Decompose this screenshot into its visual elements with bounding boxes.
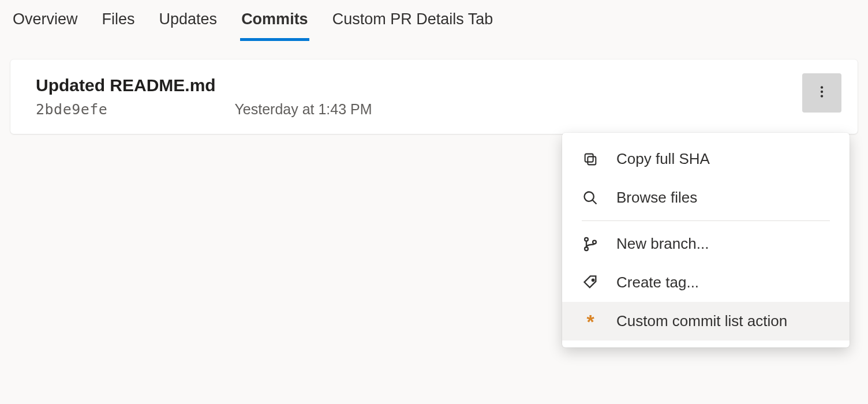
svg-point-9 <box>593 240 596 244</box>
commit-card: Updated README.md 2bde9efe Yesterday at … <box>10 59 858 134</box>
commit-title: Updated README.md <box>36 76 832 95</box>
tab-custom-pr-details[interactable]: Custom PR Details Tab <box>331 6 495 41</box>
tab-files[interactable]: Files <box>101 6 136 41</box>
tab-overview[interactable]: Overview <box>12 6 79 41</box>
more-actions-button[interactable] <box>802 73 841 113</box>
svg-point-5 <box>585 192 594 201</box>
commit-actions-menu: Copy full SHA Browse files New branch...… <box>562 133 850 347</box>
menu-new-branch[interactable]: New branch... <box>562 225 850 263</box>
menu-item-label: Copy full SHA <box>616 150 710 168</box>
branch-icon <box>582 235 599 253</box>
svg-point-2 <box>821 95 823 97</box>
menu-item-label: New branch... <box>616 235 709 253</box>
svg-point-10 <box>592 279 594 281</box>
copy-icon <box>582 151 599 168</box>
menu-separator <box>582 220 830 221</box>
commit-meta: 2bde9efe Yesterday at 1:43 PM <box>36 101 832 118</box>
svg-point-1 <box>821 91 823 93</box>
asterisk-icon: * <box>582 313 599 330</box>
menu-item-label: Custom commit list action <box>616 312 787 330</box>
svg-point-7 <box>585 237 588 241</box>
menu-custom-commit-list-action[interactable]: * Custom commit list action <box>562 302 850 341</box>
pr-tabs: Overview Files Updates Commits Custom PR… <box>0 0 868 41</box>
menu-browse-files[interactable]: Browse files <box>562 178 850 217</box>
search-icon <box>582 189 599 207</box>
svg-line-6 <box>593 200 597 204</box>
menu-item-label: Create tag... <box>616 274 699 291</box>
tab-updates[interactable]: Updates <box>158 6 219 41</box>
svg-rect-3 <box>588 156 596 164</box>
menu-copy-full-sha[interactable]: Copy full SHA <box>562 140 850 178</box>
menu-create-tag[interactable]: Create tag... <box>562 263 850 302</box>
svg-rect-4 <box>585 154 593 162</box>
commit-timestamp: Yesterday at 1:43 PM <box>234 101 372 118</box>
tag-icon <box>582 274 599 291</box>
svg-point-8 <box>585 247 588 250</box>
commit-sha: 2bde9efe <box>36 101 107 118</box>
tab-commits[interactable]: Commits <box>240 6 309 41</box>
more-vertical-icon <box>814 84 829 102</box>
svg-point-0 <box>821 86 823 88</box>
menu-item-label: Browse files <box>616 189 697 207</box>
